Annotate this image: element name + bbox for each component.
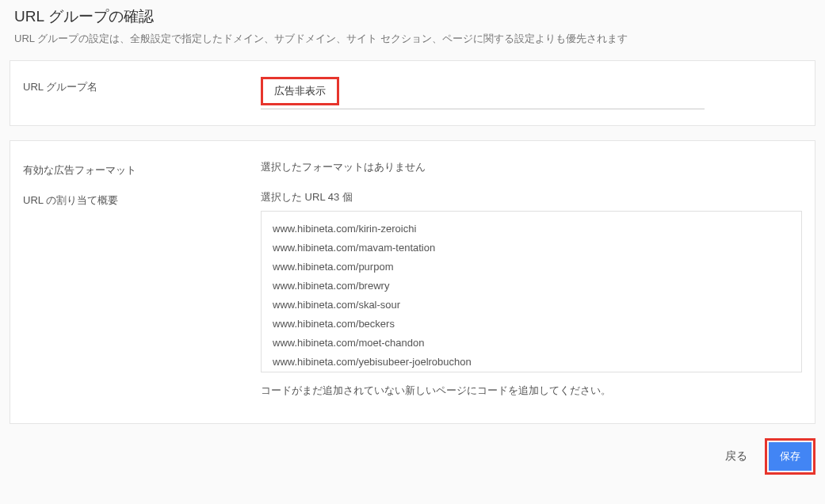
details-card: 有効な広告フォーマット 選択したフォーマットはありません URL の割り当て概要…	[10, 140, 815, 424]
list-item: www.hibineta.com/brewry	[273, 277, 790, 296]
list-item: www.hibineta.com/kirin-zeroichi	[273, 220, 790, 239]
url-summary-label: URL の割り当て概要	[23, 190, 261, 208]
page-subtitle: URL グループの設定は、全般設定で指定したドメイン、サブドメイン、サイト セク…	[14, 32, 811, 46]
list-item: www.hibineta.com/beckers	[273, 315, 790, 334]
list-item: www.hibineta.com/skal-sour	[273, 296, 790, 315]
url-count-text: 選択した URL 43 個	[261, 190, 802, 204]
group-name-card: URL グループ名 広告非表示	[10, 60, 815, 126]
ad-format-label: 有効な広告フォーマット	[23, 160, 261, 178]
footer-actions: 戻る 保存	[0, 433, 825, 475]
group-name-label: URL グループ名	[23, 77, 261, 94]
list-item: www.hibineta.com/mavam-tentation	[273, 239, 790, 258]
ad-format-value: 選択したフォーマットはありません	[261, 160, 802, 174]
list-item: www.hibineta.com/moet-chandon	[273, 334, 790, 353]
code-hint-text: コードがまだ追加されていない新しいページにコードを追加してください。	[261, 384, 802, 398]
page-title: URL グループの確認	[14, 6, 811, 27]
save-button[interactable]: 保存	[769, 442, 812, 471]
save-button-highlight: 保存	[765, 438, 815, 475]
url-list[interactable]: www.hibineta.com/kirin-zeroichi www.hibi…	[261, 211, 802, 372]
back-button[interactable]: 戻る	[720, 443, 752, 470]
group-name-field[interactable]: 広告非表示	[261, 77, 705, 109]
list-item: www.hibineta.com/yebisubeer-joelrobuchon	[273, 353, 790, 372]
list-item: www.hibineta.com/purpom	[273, 258, 790, 277]
group-name-value: 広告非表示	[261, 77, 339, 105]
